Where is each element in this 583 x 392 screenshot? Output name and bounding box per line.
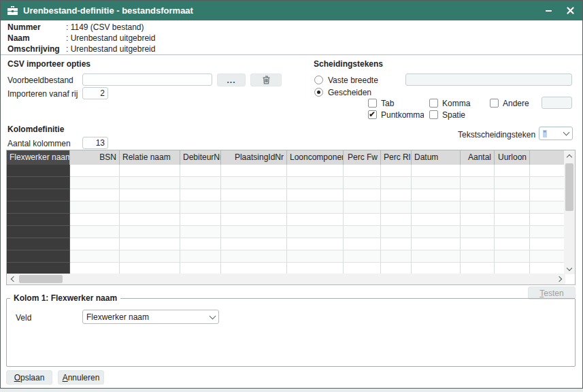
column-header-datum[interactable]: Datum [412, 150, 461, 165]
table-row[interactable] [7, 201, 565, 214]
column-header-bsn[interactable]: BSN [70, 150, 120, 165]
veld-dropdown[interactable]: Flexwerker naam [82, 310, 219, 324]
table-cell[interactable] [287, 177, 344, 189]
opslaan-button[interactable]: Opslaan [6, 370, 52, 385]
table-row[interactable] [7, 238, 565, 250]
table-cell[interactable] [412, 189, 461, 201]
aantal-kolommen-input[interactable] [82, 137, 108, 149]
table-row[interactable] [7, 177, 565, 189]
table-cell[interactable] [287, 189, 344, 201]
table-cell[interactable] [120, 165, 180, 177]
table-cell[interactable] [221, 250, 287, 263]
table-cell[interactable] [495, 226, 530, 238]
table-cell[interactable] [7, 165, 70, 177]
table-cell[interactable] [287, 226, 344, 238]
table-cell[interactable] [381, 189, 412, 201]
table-cell[interactable] [461, 226, 495, 238]
table-cell[interactable] [412, 214, 461, 226]
table-cell[interactable] [120, 177, 180, 189]
column-header-relatie-naam[interactable]: Relatie naam [120, 150, 180, 165]
andere-input[interactable] [542, 97, 572, 109]
spatie-checkbox[interactable] [429, 110, 438, 119]
table-cell[interactable] [530, 250, 565, 263]
table-cell[interactable] [70, 177, 120, 189]
horizontal-scrollbar[interactable] [7, 274, 565, 284]
table-cell[interactable] [180, 177, 221, 189]
table-cell[interactable] [120, 250, 180, 263]
table-cell[interactable] [120, 226, 180, 238]
table-cell[interactable] [461, 201, 495, 214]
table-cell[interactable] [461, 189, 495, 201]
table-cell[interactable] [381, 177, 412, 189]
table-row[interactable] [7, 226, 565, 238]
table-cell[interactable] [344, 201, 381, 214]
tab-label[interactable]: Tab [381, 97, 394, 110]
table-cell[interactable] [7, 177, 70, 189]
table-cell[interactable] [495, 201, 530, 214]
table-cell[interactable] [461, 214, 495, 226]
table-cell[interactable] [7, 250, 70, 263]
column-header-perc-fw[interactable]: Perc Fw [344, 150, 381, 165]
gescheiden-label[interactable]: Gescheiden [328, 86, 371, 99]
column-header-debiteurnr[interactable]: DebiteurNr [180, 150, 221, 165]
minimize-icon[interactable] [543, 5, 554, 16]
table-cell[interactable] [412, 201, 461, 214]
table-cell[interactable] [7, 189, 70, 201]
scroll-down-button[interactable] [564, 263, 575, 274]
table-cell[interactable] [344, 226, 381, 238]
table-cell[interactable] [221, 165, 287, 177]
browse-button[interactable]: ... [217, 74, 246, 86]
column-header-plaatsingidnr[interactable]: PlaatsingIdNr [221, 150, 287, 165]
table-cell[interactable] [70, 189, 120, 201]
table-cell[interactable] [381, 201, 412, 214]
column-header-uurloon[interactable]: Uurloon [495, 150, 530, 165]
importeren-vanaf-rij-input[interactable] [82, 87, 108, 99]
vaste-breedte-label[interactable]: Vaste breedte [328, 74, 378, 86]
vaste-breedte-radio[interactable] [314, 76, 323, 84]
table-cell[interactable] [530, 226, 565, 238]
table-cell[interactable] [70, 250, 120, 263]
table-cell[interactable] [7, 238, 70, 250]
table-cell[interactable] [120, 189, 180, 201]
close-icon[interactable] [565, 5, 576, 16]
table-cell[interactable] [461, 250, 495, 263]
table-cell[interactable] [381, 165, 412, 177]
tekstscheidingsteken-dropdown[interactable]: " [539, 127, 573, 140]
table-cell[interactable] [287, 250, 344, 263]
table-cell[interactable] [70, 165, 120, 177]
table-cell[interactable] [180, 189, 221, 201]
table-cell[interactable] [221, 189, 287, 201]
table-cell[interactable] [344, 250, 381, 263]
gescheiden-radio[interactable] [314, 88, 323, 97]
column-header-perc-rl[interactable]: Perc Rl [381, 150, 412, 165]
table-row[interactable] [7, 250, 565, 263]
scroll-right-button[interactable] [554, 274, 565, 284]
table-cell[interactable] [530, 238, 565, 250]
table-cell[interactable] [287, 214, 344, 226]
table-cell[interactable] [381, 226, 412, 238]
table-cell[interactable] [180, 214, 221, 226]
table-cell[interactable] [412, 226, 461, 238]
table-cell[interactable] [495, 177, 530, 189]
voorbeeldbestand-input[interactable] [82, 74, 212, 86]
table-cell[interactable] [344, 238, 381, 250]
scroll-left-button[interactable] [7, 274, 18, 284]
table-cell[interactable] [180, 250, 221, 263]
table-cell[interactable] [530, 201, 565, 214]
puntkomma-label[interactable]: Puntkomma [381, 109, 424, 121]
table-cell[interactable] [221, 201, 287, 214]
andere-label[interactable]: Andere [503, 97, 529, 110]
table-cell[interactable] [70, 201, 120, 214]
table-cell[interactable] [530, 189, 565, 201]
table-cell[interactable] [70, 214, 120, 226]
column-header-empty[interactable] [530, 150, 565, 165]
table-cell[interactable] [530, 177, 565, 189]
table-cell[interactable] [381, 238, 412, 250]
delete-file-button[interactable] [250, 74, 282, 86]
spatie-label[interactable]: Spatie [442, 109, 465, 121]
table-row[interactable] [7, 189, 565, 201]
horizontal-scroll-thumb[interactable] [19, 275, 63, 283]
table-cell[interactable] [461, 177, 495, 189]
table-cell[interactable] [381, 214, 412, 226]
table-cell[interactable] [287, 201, 344, 214]
